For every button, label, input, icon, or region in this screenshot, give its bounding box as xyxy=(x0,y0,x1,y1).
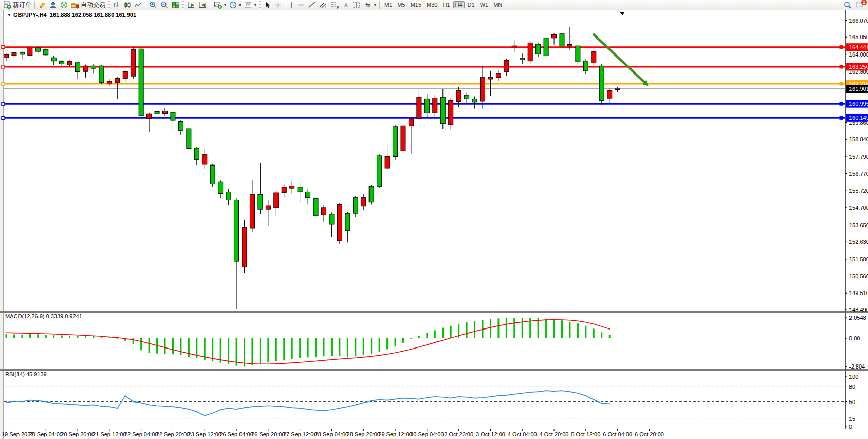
chart-shift-button[interactable] xyxy=(197,1,208,10)
macd-histogram-bar xyxy=(140,338,142,350)
signal-icon xyxy=(60,1,68,9)
search-icon[interactable] xyxy=(844,1,852,9)
dropdown-caret-icon: ▾ xyxy=(374,3,376,7)
macd-histogram-bar xyxy=(77,336,79,338)
horizontal-line-button[interactable] xyxy=(296,1,306,10)
dropdown-caret-icon: ▾ xyxy=(224,3,226,7)
candle-body xyxy=(472,99,477,102)
macd-histogram-bar xyxy=(13,335,15,338)
line-handle xyxy=(2,116,5,119)
macd-histogram-bar xyxy=(410,338,412,339)
price-tick-label: 157.790 xyxy=(849,154,868,160)
macd-histogram-bar xyxy=(363,338,364,355)
text-label-icon: T xyxy=(352,1,361,9)
fibonacci-button[interactable]: F xyxy=(329,1,341,10)
macd-histogram-bar xyxy=(331,338,333,356)
macd-histogram-bar xyxy=(490,319,491,338)
macd-histogram-bar xyxy=(275,338,277,361)
candle-body xyxy=(512,46,516,47)
macd-histogram-bar xyxy=(61,336,63,338)
vline-icon xyxy=(289,1,294,9)
macd-histogram-bar xyxy=(244,338,245,367)
macd-histogram-bar xyxy=(474,321,475,338)
signals-button[interactable] xyxy=(59,1,69,10)
macd-histogram-bar xyxy=(402,338,404,343)
templates-button[interactable]: ▾ xyxy=(243,1,258,10)
candle-body xyxy=(433,98,437,113)
timeframe-button-MN[interactable]: MN xyxy=(491,2,504,8)
shift-marker-icon xyxy=(620,12,625,15)
arrows-button[interactable]: ▾ xyxy=(362,1,378,10)
time-label: 6 Oct 04:00 xyxy=(603,431,632,437)
macd-histogram-bar xyxy=(609,335,611,338)
candle-chart-button[interactable] xyxy=(122,1,133,10)
time-label: 5 Oct 12:00 xyxy=(571,431,600,437)
macd-histogram-bar xyxy=(569,322,570,338)
candle-body xyxy=(67,62,72,65)
time-label: 4 Oct 20:00 xyxy=(540,431,569,437)
line-handle xyxy=(2,65,5,68)
trendline-button[interactable] xyxy=(306,1,317,10)
line-handle xyxy=(840,116,843,119)
styler-button[interactable] xyxy=(37,1,48,10)
auto-scroll-button[interactable] xyxy=(186,1,197,10)
candle-body xyxy=(560,34,564,46)
macd-histogram-bar xyxy=(283,338,285,360)
candle-body xyxy=(488,77,493,79)
time-label: 3 Oct 12:00 xyxy=(476,431,505,437)
text-button[interactable]: A xyxy=(341,1,350,10)
zoom-in-button[interactable] xyxy=(147,1,159,10)
chart-canvas[interactable]: 166.070165.050164.000162.980159.860158.8… xyxy=(0,0,868,439)
candle-body xyxy=(51,58,56,61)
person-icon xyxy=(49,1,57,9)
zoom-out-button[interactable] xyxy=(159,1,170,10)
cursor-button[interactable] xyxy=(262,1,272,10)
svg-text:A: A xyxy=(344,1,349,9)
channel-icon: E xyxy=(319,1,327,9)
timeframe-button-H1[interactable]: H1 xyxy=(440,2,452,8)
zoom-in-icon xyxy=(149,1,157,9)
timeframe-button-M30[interactable]: M30 xyxy=(424,2,439,8)
crosshair-button[interactable] xyxy=(272,1,283,10)
arrows-icon xyxy=(364,1,372,9)
periods-button[interactable]: ▾ xyxy=(228,1,243,10)
macd-histogram-bar xyxy=(220,338,221,363)
bar-chart-button[interactable] xyxy=(111,1,122,10)
new-order-button[interactable]: 新订单 xyxy=(2,1,33,10)
time-label: 21 Sep 12:00 xyxy=(93,431,126,437)
community-button[interactable] xyxy=(48,1,59,10)
candle-body xyxy=(60,61,64,64)
macd-histogram-bar xyxy=(553,319,555,338)
timeframe-button-W1[interactable]: W1 xyxy=(478,2,491,8)
timeframe-button-M15[interactable]: M15 xyxy=(409,2,423,8)
candle-body xyxy=(147,114,152,119)
timeframe-button-D1[interactable]: D1 xyxy=(466,2,477,8)
channel-button[interactable]: E xyxy=(317,1,329,10)
macd-histogram-bar xyxy=(267,338,269,362)
auto-scroll-icon xyxy=(187,1,195,9)
price-tick-label: 149.510 xyxy=(849,290,868,296)
fibonacci-icon: F xyxy=(330,1,339,9)
line-chart-button[interactable] xyxy=(133,1,143,10)
indicators-button[interactable]: ▾ xyxy=(212,1,228,10)
candle-body xyxy=(329,214,334,224)
macd-histogram-bar xyxy=(251,338,253,365)
notifications-button[interactable]: 1 xyxy=(855,1,864,9)
macd-histogram-bar xyxy=(228,338,229,364)
macd-histogram-bar xyxy=(561,320,563,338)
timeframe-button-H4[interactable]: H4 xyxy=(453,1,465,8)
candle-body xyxy=(552,34,557,38)
auto-trading-button[interactable]: 自动交易 xyxy=(69,1,107,10)
timeframe-button-M5[interactable]: M5 xyxy=(395,2,407,8)
new-order-label: 新订单 xyxy=(13,1,31,9)
macd-histogram-bar xyxy=(593,328,595,338)
vertical-line-button[interactable] xyxy=(287,1,296,10)
macd-histogram-bar xyxy=(29,334,31,338)
timeframe-button-M1[interactable]: M1 xyxy=(382,2,394,8)
price-tick-label: 151.580 xyxy=(849,256,868,262)
candle-body xyxy=(504,60,509,72)
text-label-button[interactable]: T xyxy=(350,1,362,10)
tile-windows-button[interactable] xyxy=(170,1,181,10)
tile-windows-icon xyxy=(172,1,180,9)
svg-text:E: E xyxy=(325,5,327,9)
